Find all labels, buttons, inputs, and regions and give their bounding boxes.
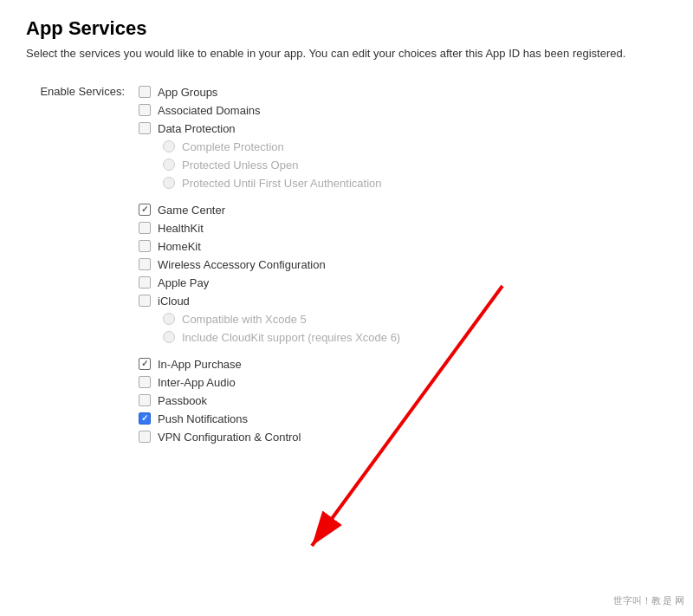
service-item-wireless-accessory[interactable]: Wireless Accessory Configuration bbox=[139, 256, 400, 274]
service-label-push-notifications: Push Notifications bbox=[158, 412, 248, 425]
service-item-icloud[interactable]: iCloud bbox=[139, 292, 400, 310]
radio-include-cloudkit[interactable] bbox=[163, 331, 175, 343]
service-item-app-groups[interactable]: App Groups bbox=[139, 83, 400, 101]
checkbox-associated-domains[interactable] bbox=[139, 104, 151, 116]
services-list: App GroupsAssociated DomainsData Protect… bbox=[139, 83, 400, 446]
checkbox-game-center[interactable] bbox=[139, 204, 151, 216]
service-label-game-center: Game Center bbox=[158, 204, 225, 217]
service-label-in-app-purchase: In-App Purchase bbox=[158, 358, 242, 371]
checkbox-vpn-configuration[interactable] bbox=[139, 431, 151, 443]
service-label-app-groups: App Groups bbox=[158, 86, 217, 99]
page-description: Select the services you would like to en… bbox=[26, 45, 632, 62]
service-label-protected-unless-open: Protected Unless Open bbox=[182, 159, 298, 172]
service-item-passbook[interactable]: Passbook bbox=[139, 392, 400, 410]
service-item-data-protection[interactable]: Data Protection bbox=[139, 120, 400, 138]
service-item-apple-pay[interactable]: Apple Pay bbox=[139, 274, 400, 292]
checkbox-data-protection[interactable] bbox=[139, 122, 151, 134]
service-label-compatible-xcode5: Compatible with Xcode 5 bbox=[182, 313, 307, 326]
service-item-game-center[interactable]: Game Center bbox=[139, 201, 400, 219]
service-item-protected-unless-open[interactable]: Protected Unless Open bbox=[139, 156, 400, 174]
checkbox-passbook[interactable] bbox=[139, 394, 151, 406]
service-label-include-cloudkit: Include CloudKit support (requires Xcode… bbox=[182, 331, 400, 344]
radio-complete-protection[interactable] bbox=[163, 140, 175, 152]
service-item-push-notifications[interactable]: Push Notifications bbox=[139, 410, 400, 428]
service-label-protected-until-auth: Protected Until First User Authenticatio… bbox=[182, 177, 382, 190]
service-item-healthkit[interactable]: HealthKit bbox=[139, 219, 400, 237]
service-item-homekit[interactable]: HomeKit bbox=[139, 237, 400, 256]
section-gap bbox=[139, 192, 400, 201]
checkbox-wireless-accessory[interactable] bbox=[139, 258, 151, 270]
radio-protected-until-auth[interactable] bbox=[163, 177, 175, 189]
service-label-apple-pay: Apple Pay bbox=[158, 276, 209, 289]
service-item-in-app-purchase[interactable]: In-App Purchase bbox=[139, 355, 400, 373]
checkbox-push-notifications[interactable] bbox=[139, 412, 151, 425]
service-item-include-cloudkit[interactable]: Include CloudKit support (requires Xcode… bbox=[139, 328, 400, 347]
service-label-icloud: iCloud bbox=[158, 295, 190, 308]
service-item-inter-app-audio[interactable]: Inter-App Audio bbox=[139, 373, 400, 392]
service-label-vpn-configuration: VPN Configuration & Control bbox=[158, 431, 301, 444]
checkbox-app-groups[interactable] bbox=[139, 86, 151, 98]
checkbox-homekit[interactable] bbox=[139, 240, 151, 252]
radio-protected-unless-open[interactable] bbox=[163, 159, 175, 171]
service-item-protected-until-auth[interactable]: Protected Until First User Authenticatio… bbox=[139, 174, 400, 192]
page-title: App Services bbox=[26, 17, 667, 40]
service-label-homekit: HomeKit bbox=[158, 240, 201, 253]
checkbox-icloud[interactable] bbox=[139, 295, 151, 307]
section-gap bbox=[139, 347, 400, 355]
service-label-associated-domains: Associated Domains bbox=[158, 104, 261, 117]
service-item-associated-domains[interactable]: Associated Domains bbox=[139, 101, 400, 120]
service-label-data-protection: Data Protection bbox=[158, 122, 236, 135]
service-label-wireless-accessory: Wireless Accessory Configuration bbox=[158, 258, 326, 271]
checkbox-in-app-purchase[interactable] bbox=[139, 358, 151, 370]
radio-compatible-xcode5[interactable] bbox=[163, 313, 175, 325]
service-label-healthkit: HealthKit bbox=[158, 222, 204, 235]
service-label-complete-protection: Complete Protection bbox=[182, 140, 284, 153]
service-item-complete-protection[interactable]: Complete Protection bbox=[139, 138, 400, 156]
service-item-vpn-configuration[interactable]: VPN Configuration & Control bbox=[139, 428, 400, 446]
watermark: 世字叫！教 是 网 bbox=[613, 594, 685, 607]
enable-services-label: Enable Services: bbox=[26, 83, 139, 98]
checkbox-apple-pay[interactable] bbox=[139, 276, 151, 289]
service-item-compatible-xcode5[interactable]: Compatible with Xcode 5 bbox=[139, 310, 400, 328]
checkbox-inter-app-audio[interactable] bbox=[139, 376, 151, 388]
service-label-passbook: Passbook bbox=[158, 394, 207, 407]
checkbox-healthkit[interactable] bbox=[139, 222, 151, 234]
service-label-inter-app-audio: Inter-App Audio bbox=[158, 376, 236, 389]
